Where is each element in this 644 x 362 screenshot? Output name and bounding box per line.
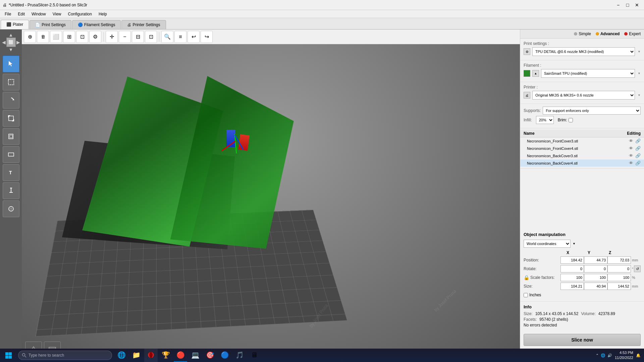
tray-network[interactable]: 🌐 [601, 353, 605, 358]
taskbar-app-app7[interactable]: 🎵 [233, 349, 246, 362]
nav-up-arrow[interactable]: ▲ [9, 32, 13, 38]
taskbar-app-browser[interactable]: 🎯 [203, 349, 217, 362]
viewport[interactable]: ⊕ 🗑 ⬜ ⊞ ⊡ ⚙ ✛ − ⊟ ⊡ 🔍 ≡ ↩ ↪ by Josef Pru… [22, 29, 520, 349]
edit-btn-2[interactable]: 🔗 [635, 153, 641, 158]
filament-color-swatch[interactable] [524, 70, 530, 77]
clock[interactable]: 4:53 PM 11/20/2022 [615, 350, 633, 361]
infill-select[interactable]: 20% [536, 116, 554, 124]
menu-configuration[interactable]: Configuration [65, 11, 95, 17]
copy-button[interactable]: ⊞ [63, 31, 75, 43]
rotate-tool[interactable] [3, 92, 19, 109]
taskbar-app-calc[interactable]: 💻 [189, 349, 202, 362]
edit-btn-1[interactable]: 🔗 [635, 146, 641, 151]
taskbar-app-app3[interactable]: 🏆 [159, 349, 172, 362]
support-tool[interactable] [3, 182, 19, 199]
scale-z-input[interactable] [607, 274, 631, 281]
taskbar-app-opera[interactable] [144, 349, 158, 362]
tab-print-settings[interactable]: 📄 Print Settings [30, 20, 71, 29]
scale-y-input[interactable] [584, 274, 607, 281]
list-item[interactable]: Necronomicon_BackCover3.stl 👁 🔗 [520, 152, 644, 160]
position-z-input[interactable] [607, 256, 631, 264]
add-object-button[interactable]: ⊕ [24, 31, 36, 43]
position-x-input[interactable] [560, 256, 584, 264]
mode-simple[interactable]: Simple [574, 32, 591, 36]
mirror-button[interactable]: ⊡ [145, 31, 157, 43]
scale-minus-button[interactable]: − [119, 31, 131, 43]
rotate-reset-button[interactable]: ↺ [634, 265, 641, 272]
list-item[interactable]: Necronomicon_BackCover4.stl 👁 🔗 [520, 160, 644, 167]
close-button[interactable]: ✕ [633, 2, 641, 8]
visibility-toggle-0[interactable]: 👁 [629, 138, 633, 143]
move-button[interactable]: ✛ [106, 31, 118, 43]
nav-down-arrow[interactable]: ▼ [9, 47, 13, 52]
delete-button[interactable]: 🗑 [37, 31, 49, 43]
scale-x-input[interactable] [560, 274, 584, 281]
taskbar-app-globe[interactable]: 🌐 [115, 349, 128, 362]
menu-file[interactable]: File [1, 11, 14, 17]
cut-tool[interactable] [3, 146, 19, 163]
arrange-button[interactable]: ⬜ [50, 31, 62, 43]
menu-edit[interactable]: Edit [14, 11, 28, 17]
slice-now-button[interactable]: Slice now [524, 334, 641, 346]
visibility-toggle-1[interactable]: 👁 [629, 146, 633, 151]
select-tool[interactable] [3, 56, 19, 72]
scale-button[interactable]: ⊟ [132, 31, 144, 43]
tray-volume[interactable]: 🔊 [607, 353, 612, 358]
undo-button[interactable]: ↩ [187, 31, 200, 43]
minimize-button[interactable]: − [614, 2, 623, 8]
supports-select[interactable]: For support enforcers only [543, 107, 641, 115]
nav-center[interactable]: ⬜ [6, 38, 16, 47]
edit-btn-0[interactable]: 🔗 [635, 138, 641, 143]
rotate-x-input[interactable] [560, 265, 584, 273]
taskbar-app-prusaslicer[interactable]: 🔴 [174, 349, 187, 362]
tray-chevron[interactable]: ⌃ [596, 353, 599, 358]
size-x-input[interactable] [560, 283, 584, 290]
menu-window[interactable]: Window [28, 11, 49, 17]
settings-button[interactable]: ⚙ [89, 31, 101, 43]
taskbar-app-explorer[interactable]: 📁 [129, 349, 143, 362]
inches-checkbox[interactable] [524, 293, 528, 297]
3d-scene[interactable]: by Josef Prusa by [22, 44, 520, 349]
start-button[interactable] [0, 349, 17, 362]
search-button[interactable]: 🔍 [161, 31, 173, 43]
visibility-toggle-3[interactable]: 👁 [629, 161, 633, 166]
list-item[interactable]: Necronomicon_FrontCover4.stl 👁 🔗 [520, 145, 644, 152]
select-rect-tool[interactable] [3, 74, 19, 90]
list-item[interactable]: Necronomicon_FrontCover3.stl 👁 🔗 [520, 137, 644, 145]
maximize-button[interactable]: □ [623, 2, 632, 8]
tab-plater[interactable]: ⬛ Plater [1, 20, 29, 29]
scale-tool[interactable] [3, 110, 19, 127]
visibility-toggle-2[interactable]: 👁 [629, 153, 633, 158]
mirror-tool[interactable] [3, 128, 19, 145]
print-settings-select[interactable]: TPU DETAIL @0.6 nozzle MK3 (modified) [532, 47, 635, 56]
mode-expert[interactable]: Expert [624, 32, 641, 36]
layer-view-button[interactable] [44, 342, 61, 349]
edit-btn-3[interactable]: 🔗 [635, 161, 641, 166]
redo-button[interactable]: ↪ [201, 31, 213, 43]
notification-button[interactable]: 🔔 [636, 353, 641, 358]
taskbar-app-app8[interactable]: 🖥 [248, 349, 261, 362]
menu-help[interactable]: Help [95, 11, 110, 17]
tab-filament-settings[interactable]: 🔵 Filament Settings [72, 20, 121, 29]
taskbar-search[interactable]: Type here to search [18, 351, 112, 360]
text-tool[interactable]: T [3, 164, 19, 181]
scale-lock-icon[interactable]: 🔒 [524, 275, 530, 280]
taskbar-app-app6[interactable]: 🔵 [218, 349, 231, 362]
rotate-y-input[interactable] [584, 265, 607, 273]
instance-button[interactable]: ⊡ [76, 31, 88, 43]
printer-select[interactable]: Original MK3S & MK3S+ 0.6 nozzle [532, 91, 635, 100]
menu-button[interactable]: ≡ [174, 31, 186, 43]
mode-advanced[interactable]: Advanced [596, 32, 620, 36]
nav-left-arrow[interactable]: ◀ [2, 40, 6, 45]
3d-view-button[interactable] [25, 342, 42, 349]
measurement-tool[interactable] [3, 200, 19, 217]
tab-printer-settings[interactable]: 🖨 Printer Settings [121, 20, 166, 29]
filament-select[interactable]: SainSmart TPU (modified) [541, 69, 635, 78]
size-y-input[interactable] [584, 283, 607, 290]
brim-checkbox[interactable] [569, 118, 573, 122]
menu-view[interactable]: View [49, 11, 65, 17]
position-y-input[interactable] [584, 256, 607, 264]
coord-system-select[interactable]: World coordinates Instance coordinates [524, 240, 571, 248]
nav-right-arrow[interactable]: ▶ [16, 40, 20, 45]
size-z-input[interactable] [607, 283, 631, 290]
